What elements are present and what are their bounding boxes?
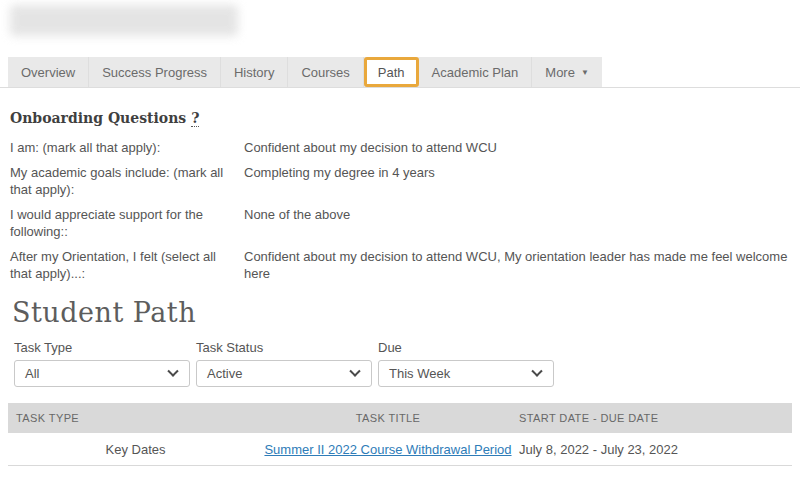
filter-task-status: Task Status Active bbox=[196, 340, 372, 387]
answer-value: Completing my degree in 4 years bbox=[244, 164, 790, 198]
answer-value: None of the above bbox=[244, 206, 790, 240]
due-label: Due bbox=[378, 340, 554, 355]
tab-courses[interactable]: Courses bbox=[288, 57, 363, 87]
student-path-title: Student Path bbox=[12, 297, 196, 328]
onboarding-section: Onboarding Questions ? I am: (mark all t… bbox=[10, 110, 790, 290]
task-status-label: Task Status bbox=[196, 340, 372, 355]
task-table-header: TASK TYPE TASK TITLE START DATE - DUE DA… bbox=[8, 403, 792, 433]
due-value: This Week bbox=[389, 366, 450, 381]
question-label: My academic goals include: (mark all tha… bbox=[10, 164, 244, 198]
task-filters: Task Type All Task Status Active Due Thi… bbox=[14, 340, 554, 387]
tab-success-progress[interactable]: Success Progress bbox=[89, 57, 221, 87]
onboarding-title-text: Onboarding Questions bbox=[10, 110, 186, 126]
chevron-down-icon bbox=[167, 365, 178, 376]
dates-cell: July 8, 2022 - July 23, 2022 bbox=[513, 442, 792, 457]
task-title-link[interactable]: Summer II 2022 Course Withdrawal Period bbox=[264, 442, 511, 457]
table-row: Key Dates Summer II 2022 Course Withdraw… bbox=[8, 433, 792, 466]
tab-academic-plan[interactable]: Academic Plan bbox=[419, 57, 533, 87]
help-tooltip-mark[interactable]: ? bbox=[191, 110, 199, 127]
chevron-down-icon: ▼ bbox=[581, 68, 589, 77]
tab-more[interactable]: More ▼ bbox=[532, 57, 602, 87]
tab-more-label: More bbox=[545, 65, 575, 80]
answer-value: Confident about my decision to attend WC… bbox=[244, 248, 790, 282]
task-type-select[interactable]: All bbox=[14, 360, 190, 387]
question-label: I am: (mark all that apply): bbox=[10, 139, 244, 156]
due-select[interactable]: This Week bbox=[378, 360, 554, 387]
onboarding-title: Onboarding Questions ? bbox=[10, 110, 790, 126]
task-type-value: All bbox=[25, 366, 39, 381]
question-label: I would appreciate support for the follo… bbox=[10, 206, 244, 240]
qa-row: My academic goals include: (mark all tha… bbox=[10, 164, 790, 198]
tab-bar: Overview Success Progress History Course… bbox=[0, 57, 800, 88]
student-name-redacted bbox=[10, 5, 238, 36]
filter-due: Due This Week bbox=[378, 340, 554, 387]
chevron-down-icon bbox=[531, 365, 542, 376]
tab-history[interactable]: History bbox=[221, 57, 288, 87]
task-type-cell: Key Dates bbox=[8, 442, 263, 457]
qa-row: I would appreciate support for the follo… bbox=[10, 206, 790, 240]
col-task-type: TASK TYPE bbox=[8, 412, 263, 424]
qa-row: After my Orientation, I felt (select all… bbox=[10, 248, 790, 282]
task-type-label: Task Type bbox=[14, 340, 190, 355]
qa-row: I am: (mark all that apply): Confident a… bbox=[10, 139, 790, 156]
col-dates: START DATE - DUE DATE bbox=[513, 412, 792, 424]
tab-path[interactable]: Path bbox=[364, 57, 419, 87]
tab-overview[interactable]: Overview bbox=[8, 57, 89, 87]
chevron-down-icon bbox=[349, 365, 360, 376]
question-label: After my Orientation, I felt (select all… bbox=[10, 248, 244, 282]
filter-task-type: Task Type All bbox=[14, 340, 190, 387]
task-status-value: Active bbox=[207, 366, 242, 381]
answer-value: Confident about my decision to attend WC… bbox=[244, 139, 790, 156]
task-status-select[interactable]: Active bbox=[196, 360, 372, 387]
col-task-title: TASK TITLE bbox=[263, 412, 513, 424]
task-table: TASK TYPE TASK TITLE START DATE - DUE DA… bbox=[8, 403, 792, 466]
